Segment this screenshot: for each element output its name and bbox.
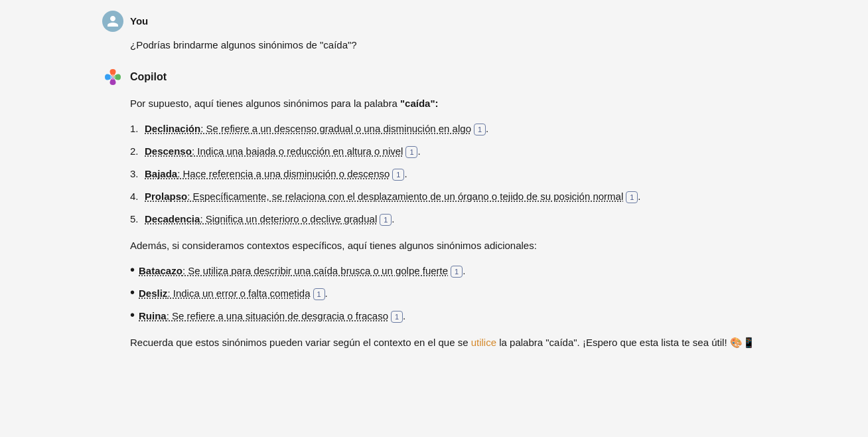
additional-text: Además, si consideramos contextos especí… xyxy=(130,238,766,254)
synonym-term: Desliz xyxy=(139,288,167,299)
list-item: • Desliz: Indica un error o falta cometi… xyxy=(130,286,766,302)
synonym-term: Ruina xyxy=(139,310,167,321)
user-name: You xyxy=(130,13,148,29)
list-item: 4. Prolapso: Específicamente, se relacio… xyxy=(130,189,766,205)
synonym-def: : Indica un error o falta cometida xyxy=(167,288,310,299)
list-item: • Ruina: Se refiere a una situación de d… xyxy=(130,308,766,324)
synonym-def: : Se refiere a una situación de desgraci… xyxy=(167,310,388,321)
bullet-dot: • xyxy=(130,286,135,299)
list-number: 1. xyxy=(130,121,142,137)
intro-keyword: "caída": xyxy=(400,98,439,109)
footer-text: Recuerda que estos sinónimos pueden vari… xyxy=(130,335,766,351)
bullet-dot: • xyxy=(130,263,135,276)
copilot-logo-icon xyxy=(102,66,123,88)
synonym-term: Descenso xyxy=(145,145,192,157)
synonym-def: : Se refiere a un descenso gradual o una… xyxy=(200,123,471,134)
synonym-term: Declinación xyxy=(145,123,200,134)
synonym-def: : Indica una bajada o reducción en altur… xyxy=(192,145,403,157)
copilot-section: Copilot Por supuesto, aquí tienes alguno… xyxy=(102,66,766,351)
user-avatar xyxy=(102,11,123,32)
citation-badge: 1 xyxy=(474,124,486,135)
citation-badge: 1 xyxy=(626,191,638,203)
footer-part2: la palabra "caída". ¡Espero que esta lis… xyxy=(496,337,755,348)
list-item: • Batacazo: Se utiliza para describir un… xyxy=(130,263,766,279)
user-section: You ¿Podrías brindarme algunos sinónimos… xyxy=(102,11,766,53)
bullet-synonyms-list: • Batacazo: Se utiliza para describir un… xyxy=(130,263,766,324)
list-item: 5. Decadencia: Significa un deterioro o … xyxy=(130,211,766,227)
user-message: ¿Podrías brindarme algunos sinónimos de … xyxy=(130,37,766,53)
bullet-dot: • xyxy=(130,308,135,321)
citation-badge: 1 xyxy=(313,288,325,300)
user-header: You xyxy=(102,11,766,32)
synonym-def: : Hace referencia a una disminución o de… xyxy=(177,168,390,179)
list-number: 3. xyxy=(130,166,142,182)
citation-badge: 1 xyxy=(380,214,392,226)
synonym-def: : Significa un deterioro o declive gradu… xyxy=(200,213,377,224)
person-icon xyxy=(106,15,119,28)
citation-badge: 1 xyxy=(391,311,403,323)
list-number: 5. xyxy=(130,211,142,227)
citation-badge: 1 xyxy=(392,169,404,181)
synonym-term: Batacazo xyxy=(139,265,182,276)
list-item: 3. Bajada: Hace referencia a una disminu… xyxy=(130,166,766,182)
copilot-content: Por supuesto, aquí tienes algunos sinóni… xyxy=(130,96,766,351)
chat-container: You ¿Podrías brindarme algunos sinónimos… xyxy=(102,11,766,351)
copilot-header: Copilot xyxy=(102,66,766,88)
list-item: 2. Descenso: Indica una bajada o reducci… xyxy=(130,143,766,159)
list-number: 2. xyxy=(130,143,142,159)
synonym-term: Bajada xyxy=(145,168,177,179)
copilot-name: Copilot xyxy=(130,68,167,86)
intro-part1: Por supuesto, aquí tienes algunos sinóni… xyxy=(130,98,400,109)
list-item: 1. Declinación: Se refiere a un descenso… xyxy=(130,121,766,137)
footer-highlight: utilice xyxy=(471,337,496,348)
synonym-def: : Se utiliza para describir una caída br… xyxy=(182,265,448,276)
list-number: 4. xyxy=(130,189,142,205)
ordered-synonyms-list: 1. Declinación: Se refiere a un descenso… xyxy=(130,121,766,227)
intro-text: Por supuesto, aquí tienes algunos sinóni… xyxy=(130,96,766,112)
synonym-term: Decadencia xyxy=(145,213,200,224)
citation-badge: 1 xyxy=(405,146,417,158)
svg-point-1 xyxy=(110,74,115,80)
synonym-def: : Específicamente, se relaciona con el d… xyxy=(187,191,623,202)
footer-part1: Recuerda que estos sinónimos pueden vari… xyxy=(130,337,471,348)
synonym-term: Prolapso xyxy=(145,191,187,202)
citation-badge: 1 xyxy=(451,266,463,278)
